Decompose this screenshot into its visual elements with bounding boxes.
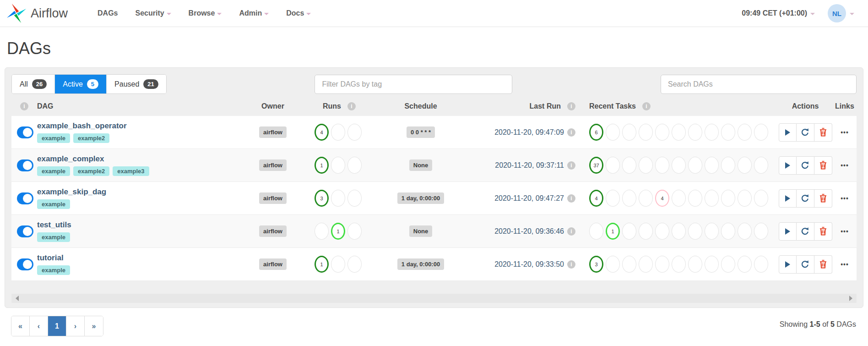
last-run-datetime[interactable]: 2020-11-20, 09:47:09 — [494, 128, 564, 137]
task-state-circle-empty[interactable] — [639, 157, 653, 174]
tab-active[interactable]: Active5 — [55, 75, 107, 93]
task-state-circle-empty[interactable] — [639, 223, 653, 240]
dag-links-button[interactable]: ••• — [838, 128, 852, 137]
horizontal-scrollbar[interactable] — [11, 294, 857, 303]
delete-dag-button[interactable] — [814, 189, 832, 208]
run-state-circle-empty[interactable] — [347, 124, 362, 141]
run-state-circle-success[interactable]: 3 — [315, 190, 329, 207]
delete-dag-button[interactable] — [814, 255, 832, 274]
task-state-circle-running[interactable]: 1 — [606, 223, 620, 240]
tab-paused[interactable]: Paused21 — [107, 75, 166, 93]
delete-dag-button[interactable] — [814, 156, 832, 175]
user-menu[interactable]: NL — [828, 4, 854, 22]
dag-pause-toggle[interactable] — [17, 192, 33, 204]
dag-links-button[interactable]: ••• — [838, 161, 852, 170]
run-state-circle-empty[interactable] — [347, 256, 362, 273]
trigger-dag-button[interactable] — [779, 222, 797, 241]
delete-dag-button[interactable] — [814, 222, 832, 241]
task-state-circle-empty[interactable] — [672, 223, 686, 240]
last-run-datetime[interactable]: 2020-11-20, 09:36:46 — [494, 227, 564, 236]
nav-item-dags[interactable]: DAGs — [98, 9, 118, 17]
task-state-circle-empty[interactable] — [754, 124, 768, 141]
schedule-badge[interactable]: None — [409, 159, 433, 171]
task-state-circle-empty[interactable] — [705, 223, 719, 240]
dag-pause-toggle[interactable] — [17, 225, 33, 237]
pagination-last-button[interactable]: » — [85, 316, 103, 336]
refresh-dag-button[interactable] — [797, 255, 814, 274]
dag-tag[interactable]: example — [37, 232, 70, 242]
run-state-circle-empty[interactable] — [347, 190, 362, 207]
trigger-dag-button[interactable] — [779, 189, 797, 208]
task-state-circle-empty[interactable] — [721, 223, 735, 240]
pagination-page-1-button[interactable]: 1 — [48, 316, 66, 336]
nav-item-docs[interactable]: Docs — [286, 9, 311, 17]
run-state-circle-empty[interactable] — [315, 223, 329, 240]
task-state-circle-empty[interactable] — [622, 124, 636, 141]
refresh-dag-button[interactable] — [797, 156, 814, 175]
schedule-badge[interactable]: 1 day, 0:00:00 — [397, 258, 444, 270]
dag-name-link[interactable]: example_skip_dag — [37, 187, 243, 197]
task-state-circle-empty[interactable] — [754, 157, 768, 174]
run-state-circle-success[interactable]: 4 — [315, 124, 329, 141]
task-state-circle-empty[interactable] — [738, 157, 752, 174]
task-state-circle-empty[interactable] — [606, 157, 620, 174]
trigger-dag-button[interactable] — [779, 156, 797, 175]
last-run-datetime[interactable]: 2020-11-20, 09:33:50 — [494, 260, 564, 269]
task-state-circle-empty[interactable] — [639, 190, 653, 207]
dag-tag[interactable]: example2 — [73, 133, 109, 143]
dag-links-button[interactable]: ••• — [838, 260, 852, 269]
task-state-circle-empty[interactable] — [672, 157, 686, 174]
task-state-circle-empty[interactable] — [589, 223, 603, 240]
dag-tag[interactable]: example3 — [113, 166, 149, 176]
scroll-left-icon[interactable] — [16, 296, 19, 301]
task-state-circle-empty[interactable] — [705, 157, 719, 174]
task-state-circle-empty[interactable] — [622, 190, 636, 207]
last-run-datetime[interactable]: 2020-11-20, 09:47:27 — [494, 194, 564, 203]
schedule-badge[interactable]: 1 day, 0:00:00 — [397, 192, 444, 204]
task-state-circle-empty[interactable] — [754, 256, 768, 273]
trigger-dag-button[interactable] — [779, 255, 797, 274]
task-state-circle-empty[interactable] — [738, 124, 752, 141]
task-state-circle-empty[interactable] — [754, 190, 768, 207]
task-state-circle-empty[interactable] — [655, 124, 669, 141]
trigger-dag-button[interactable] — [779, 123, 797, 142]
task-state-circle-empty[interactable] — [688, 157, 702, 174]
dag-tag[interactable]: example — [37, 265, 70, 275]
task-state-circle-success[interactable]: 3 — [589, 256, 603, 273]
run-state-circle-empty[interactable] — [331, 190, 345, 207]
task-state-circle-empty[interactable] — [721, 157, 735, 174]
task-state-circle-empty[interactable] — [606, 190, 620, 207]
task-state-circle-empty[interactable] — [622, 256, 636, 273]
task-state-circle-empty[interactable] — [738, 256, 752, 273]
task-state-circle-empty[interactable] — [672, 190, 686, 207]
task-state-circle-empty[interactable] — [622, 223, 636, 240]
task-state-circle-success[interactable]: 4 — [589, 190, 603, 207]
task-state-circle-empty[interactable] — [655, 157, 669, 174]
task-state-circle-empty[interactable] — [639, 256, 653, 273]
refresh-dag-button[interactable] — [797, 123, 814, 142]
task-state-circle-empty[interactable] — [738, 190, 752, 207]
timezone-selector[interactable]: 09:49 CET (+01:00) — [742, 9, 815, 17]
task-state-circle-empty[interactable] — [705, 124, 719, 141]
tag-filter-input[interactable] — [315, 75, 512, 94]
task-state-circle-empty[interactable] — [738, 223, 752, 240]
run-state-circle-empty[interactable] — [347, 157, 362, 174]
run-state-circle-empty[interactable] — [331, 124, 345, 141]
run-state-circle-success[interactable]: 1 — [315, 256, 329, 273]
task-state-circle-empty[interactable] — [688, 190, 702, 207]
schedule-badge[interactable]: 0 0 * * * — [407, 126, 435, 138]
task-state-circle-empty[interactable] — [622, 157, 636, 174]
dag-pause-toggle[interactable] — [17, 159, 33, 171]
run-state-circle-running[interactable]: 1 — [331, 223, 345, 240]
task-state-circle-empty[interactable] — [721, 256, 735, 273]
task-state-circle-empty[interactable] — [606, 124, 620, 141]
delete-dag-button[interactable] — [814, 123, 832, 142]
task-state-circle-empty[interactable] — [672, 256, 686, 273]
dag-name-link[interactable]: test_utils — [37, 220, 243, 230]
dag-pause-toggle[interactable] — [17, 258, 33, 270]
dag-pause-toggle[interactable] — [17, 126, 33, 138]
task-state-circle-empty[interactable] — [655, 223, 669, 240]
dag-links-button[interactable]: ••• — [838, 227, 852, 236]
last-run-datetime[interactable]: 2020-11-20, 09:37:11 — [495, 161, 564, 170]
task-state-circle-skipped[interactable]: 4 — [655, 190, 669, 207]
